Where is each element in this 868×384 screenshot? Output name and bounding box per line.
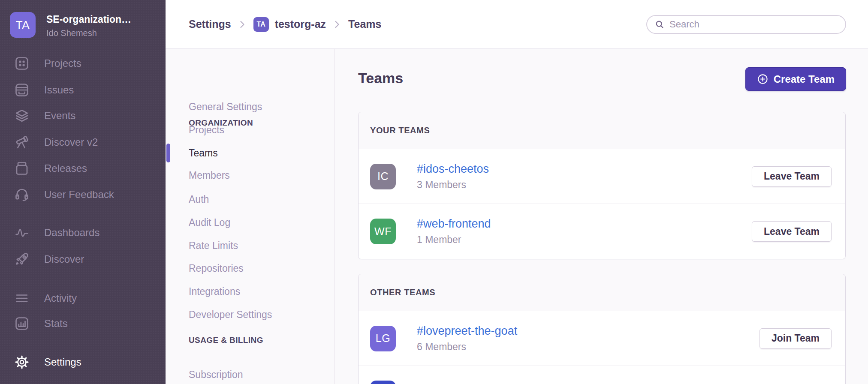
- sidebar-item-activity[interactable]: Activity: [0, 288, 166, 309]
- team-avatar: [370, 381, 396, 384]
- team-avatar: WF: [370, 219, 396, 244]
- primary-sidebar: TA SE-organization… Ido Shemesh Projects: [0, 0, 166, 384]
- telescope-icon: [14, 135, 30, 150]
- other-teams-panel: OTHER TEAMS LG #lovepreet-the-goat 6 Mem…: [358, 274, 846, 384]
- team-member-count: 6 Members: [417, 341, 517, 353]
- sidebar-item-discover[interactable]: Discover: [0, 249, 166, 270]
- create-team-label: Create Team: [774, 73, 835, 85]
- headset-icon: [14, 187, 30, 202]
- settings-nav-item-general-settings[interactable]: General Settings: [189, 100, 262, 113]
- sidebar-item-dashboards[interactable]: Dashboards: [0, 222, 166, 243]
- leave-team-button[interactable]: Leave Team: [752, 166, 832, 187]
- active-item-indicator: [166, 144, 170, 162]
- org-meta: SE-organization… Ido Shemesh: [46, 12, 131, 38]
- settings-nav-item-auth[interactable]: Auth: [189, 193, 209, 206]
- team-meta: #idos-cheetos 3 Members: [417, 162, 489, 191]
- sidebar-item-label: Discover: [44, 253, 84, 265]
- team-member-count: 1 Member: [417, 234, 491, 246]
- sidebar-item-label: Projects: [44, 57, 81, 69]
- settings-nav-item-members[interactable]: Members: [189, 169, 230, 182]
- list-lines-icon: [14, 291, 30, 306]
- settings-nav-item-developer-settings[interactable]: Developer Settings: [189, 308, 272, 321]
- leave-team-button[interactable]: Leave Team: [752, 221, 832, 242]
- top-bar: Settings TA testorg-az Teams: [166, 0, 868, 49]
- search-box[interactable]: [646, 15, 846, 34]
- org-user-name: Ido Shemesh: [46, 28, 131, 38]
- chevron-right-icon: [240, 20, 245, 29]
- sidebar-item-label: Dashboards: [44, 227, 99, 239]
- body-row: ORGANIZATION General Settings Projects T…: [166, 49, 868, 384]
- team-name-link[interactable]: #lovepreet-the-goat: [417, 324, 517, 338]
- page-title: Teams: [358, 70, 403, 87]
- your-teams-panel: YOUR TEAMS IC #idos-cheetos 3 Members Le…: [358, 112, 846, 259]
- sidebar-item-label: Stats: [44, 318, 68, 330]
- breadcrumb-org[interactable]: TA testorg-az: [253, 17, 326, 32]
- sidebar-item-issues[interactable]: Issues: [0, 80, 166, 100]
- rocket-icon: [14, 252, 30, 267]
- breadcrumb-settings[interactable]: Settings: [189, 18, 231, 30]
- org-header[interactable]: TA SE-organization… Ido Shemesh: [10, 12, 131, 38]
- main-area: Settings TA testorg-az Teams: [166, 0, 868, 384]
- sidebar-item-settings[interactable]: Settings: [0, 352, 166, 372]
- chevron-right-icon: [335, 20, 340, 29]
- sidebar-item-label: User Feedback: [44, 189, 114, 201]
- team-row: IC #idos-cheetos 3 Members Leave Team: [359, 149, 845, 204]
- sidebar-item-discover-v2[interactable]: Discover v2: [0, 132, 166, 153]
- team-name-link[interactable]: #idos-cheetos: [417, 162, 489, 176]
- org-avatar[interactable]: TA: [10, 12, 36, 38]
- org-name: SE-organization…: [46, 14, 131, 25]
- sidebar-item-label: Activity: [44, 292, 77, 304]
- breadcrumb-org-name: testorg-az: [275, 18, 326, 30]
- team-row: WF #web-frontend 1 Member Leave Team: [359, 204, 845, 259]
- gear-icon: [14, 354, 30, 370]
- settings-nav-item-repositories[interactable]: Repositories: [189, 262, 244, 275]
- teams-content: Teams Create Team YOUR TEAMS IC #idos-ch…: [335, 49, 868, 384]
- settings-nav: ORGANIZATION General Settings Projects T…: [166, 49, 335, 384]
- settings-nav-item-projects[interactable]: Projects: [189, 123, 224, 136]
- breadcrumb-page[interactable]: Teams: [348, 18, 381, 30]
- team-row: LG #lovepreet-the-goat 6 Members Join Te…: [359, 311, 845, 366]
- team-meta: #web-frontend 1 Member: [417, 217, 491, 246]
- sidebar-item-events[interactable]: Events: [0, 105, 166, 126]
- search-input[interactable]: [669, 19, 838, 30]
- team-name-link[interactable]: #web-frontend: [417, 217, 491, 231]
- search-icon: [655, 19, 664, 30]
- sidebar-item-projects[interactable]: Projects: [0, 53, 166, 74]
- bar-chart-icon: [14, 316, 30, 331]
- team-avatar: IC: [370, 164, 396, 189]
- settings-nav-item-rate-limits[interactable]: Rate Limits: [189, 239, 238, 252]
- sidebar-item-label: Issues: [44, 84, 74, 96]
- org-badge: TA: [253, 17, 269, 32]
- settings-nav-item-integrations[interactable]: Integrations: [189, 285, 240, 298]
- sidebar-item-label: Discover v2: [44, 136, 98, 148]
- archive-box-icon: [14, 161, 30, 176]
- settings-nav-item-teams[interactable]: Teams: [189, 147, 218, 159]
- plus-circle-icon: [757, 73, 769, 85]
- settings-nav-item-subscription[interactable]: Subscription: [189, 368, 243, 381]
- sidebar-item-label: Events: [44, 110, 75, 122]
- issues-icon: [14, 82, 30, 98]
- panel-header: YOUR TEAMS: [359, 112, 845, 149]
- settings-nav-item-audit-log[interactable]: Audit Log: [189, 216, 230, 229]
- sidebar-item-label: Releases: [44, 162, 87, 174]
- team-member-count: 3 Members: [417, 179, 489, 191]
- events-icon: [14, 108, 30, 123]
- team-meta: #lovepreet-the-goat 6 Members: [417, 324, 517, 353]
- partial-team-row: [359, 366, 845, 384]
- app-window: TA SE-organization… Ido Shemesh Projects: [0, 0, 868, 384]
- pulse-icon: [14, 225, 30, 240]
- sidebar-item-user-feedback[interactable]: User Feedback: [0, 184, 166, 205]
- create-team-button[interactable]: Create Team: [745, 67, 846, 91]
- join-team-button[interactable]: Join Team: [760, 328, 832, 349]
- sidebar-item-releases[interactable]: Releases: [0, 158, 166, 179]
- projects-icon: [14, 56, 30, 71]
- team-avatar: LG: [370, 326, 396, 351]
- sidebar-item-stats[interactable]: Stats: [0, 313, 166, 334]
- settings-nav-section-header: USAGE & BILLING: [189, 336, 263, 345]
- panel-header: OTHER TEAMS: [359, 274, 845, 311]
- sidebar-item-label: Settings: [44, 356, 81, 368]
